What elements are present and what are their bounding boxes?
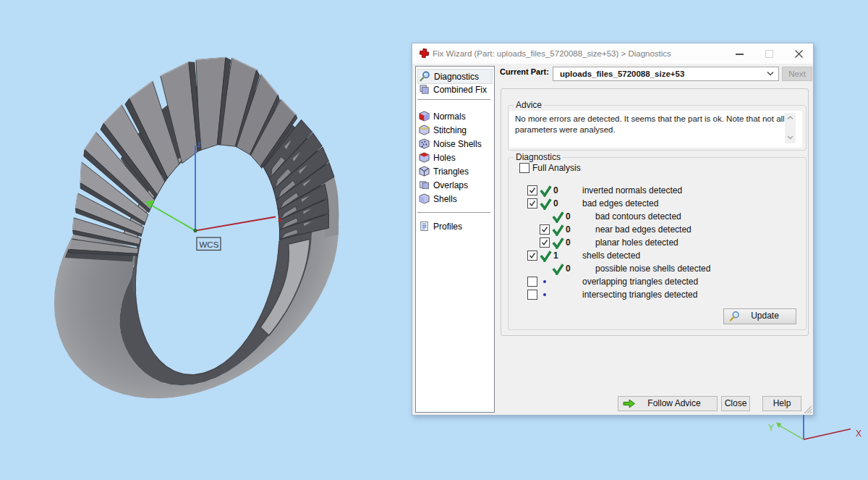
svg-text:X: X: [856, 429, 861, 439]
svg-text:x: x: [278, 215, 282, 223]
svg-text:WCS: WCS: [200, 240, 219, 249]
svg-text:z: z: [197, 140, 201, 148]
svg-text:Y: Y: [768, 423, 774, 433]
